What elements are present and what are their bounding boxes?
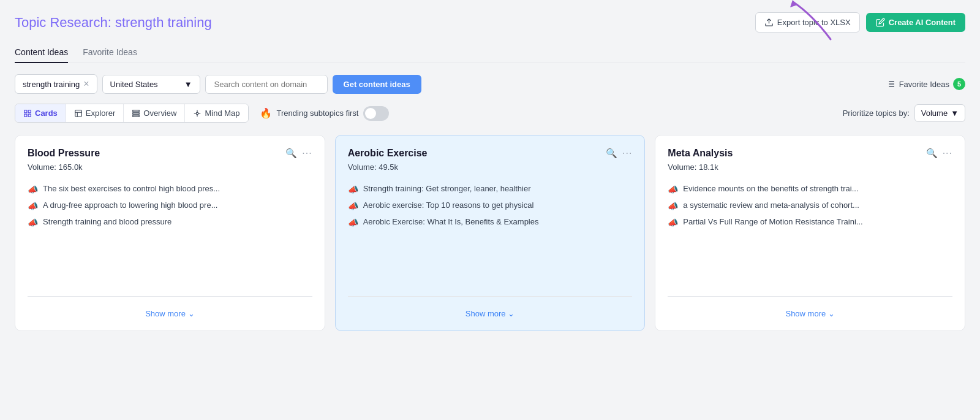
view-tab-overview[interactable]: Overview: [124, 104, 185, 122]
favorites-ideas-link[interactable]: Favorite Ideas 5: [886, 78, 965, 90]
card-more-icon[interactable]: ···: [943, 148, 952, 159]
view-tab-cards[interactable]: Cards: [15, 104, 66, 122]
megaphone-icon: 📣: [668, 201, 678, 211]
filters-row: strength training × United States ▼ Get …: [15, 74, 965, 94]
show-more-button[interactable]: Show more ⌄: [668, 296, 952, 318]
card-more-icon[interactable]: ···: [622, 148, 632, 159]
megaphone-icon: 📣: [28, 201, 38, 211]
tab-content-ideas[interactable]: Content Ideas: [15, 42, 68, 63]
card-item: 📣 Aerobic exercise: Top 10 reasons to ge…: [348, 200, 633, 211]
card-blood-pressure: Blood Pressure 🔍 ··· Volume: 165.0k 📣 Th…: [15, 135, 325, 331]
prioritize-select[interactable]: Volume ▼: [914, 104, 965, 122]
show-more-button[interactable]: Show more ⌄: [28, 296, 312, 318]
favorites-badge: 5: [953, 78, 965, 90]
list-icon: [886, 79, 895, 89]
trending-toggle[interactable]: [363, 106, 389, 121]
card-item: 📣 Strength training and blood pressure: [28, 217, 312, 227]
overview-icon: [132, 109, 140, 118]
megaphone-icon: 📣: [348, 185, 358, 194]
tabs-row: Content Ideas Favorite Ideas: [15, 42, 965, 63]
megaphone-icon: 📣: [348, 201, 358, 211]
edit-icon: [876, 18, 885, 27]
card-item: 📣 Evidence mounts on the benefits of str…: [668, 184, 952, 194]
country-select[interactable]: United States ▼: [102, 75, 200, 94]
keyword-tag: strength training ×: [15, 74, 97, 94]
view-tabs: Cards Explorer Overview Mind Map: [15, 104, 249, 123]
card-header: Aerobic Exercise 🔍 ···: [348, 148, 633, 159]
card-search-icon[interactable]: 🔍: [285, 148, 297, 159]
get-ideas-button[interactable]: Get content ideas: [333, 75, 421, 94]
view-row: Cards Explorer Overview Mind Map: [15, 104, 965, 123]
view-tab-mindmap[interactable]: Mind Map: [185, 104, 247, 122]
card-header: Blood Pressure 🔍 ···: [28, 148, 312, 159]
search-domain-input[interactable]: [205, 75, 328, 94]
card-header: Meta Analysis 🔍 ···: [668, 148, 952, 159]
export-button[interactable]: Export topic to XLSX: [755, 12, 860, 32]
explorer-icon: [74, 109, 83, 118]
card-meta-analysis: Meta Analysis 🔍 ··· Volume: 18.1k 📣 Evid…: [655, 135, 965, 331]
header-actions: Export topic to XLSX Create AI Content: [755, 12, 965, 32]
megaphone-icon: 📣: [28, 185, 38, 194]
card-header-icons: 🔍 ···: [606, 148, 632, 159]
mindmap-icon: [193, 109, 202, 118]
card-item: 📣 Partial Vs Full Range of Motion Resist…: [668, 217, 952, 227]
cards-icon: [23, 109, 32, 118]
svg-rect-8: [24, 110, 27, 112]
chevron-down-icon: ▼: [184, 80, 192, 89]
card-item: 📣 A drug-free approach to lowering high …: [28, 200, 312, 211]
card-items: 📣 Evidence mounts on the benefits of str…: [668, 184, 952, 296]
card-more-icon[interactable]: ···: [302, 148, 312, 159]
megaphone-icon: 📣: [668, 185, 678, 194]
card-search-icon[interactable]: 🔍: [926, 148, 938, 159]
card-search-icon[interactable]: 🔍: [606, 148, 617, 159]
svg-rect-15: [133, 110, 140, 111]
card-item: 📣 The six best exercises to control high…: [28, 184, 312, 194]
svg-marker-1: [790, 0, 797, 7]
svg-rect-17: [133, 115, 140, 116]
show-more-button[interactable]: Show more ⌄: [348, 296, 633, 318]
page-title: Topic Research: strength training: [15, 15, 212, 31]
trending-label: 🔥 Trending subtopics first: [260, 106, 390, 121]
card-header-icons: 🔍 ···: [926, 148, 952, 159]
svg-rect-12: [75, 110, 82, 116]
keyword-clear-button[interactable]: ×: [83, 79, 89, 89]
view-tab-explorer[interactable]: Explorer: [66, 104, 124, 122]
card-item: 📣 Aerobic Exercise: What It Is, Benefits…: [348, 217, 633, 227]
card-item: 📣 a systematic review and meta-analysis …: [668, 200, 952, 211]
prioritize-row: Prioritize topics by: Volume ▼: [843, 104, 965, 122]
cards-grid: Blood Pressure 🔍 ··· Volume: 165.0k 📣 Th…: [15, 135, 965, 331]
chevron-down-icon: ▼: [951, 109, 959, 118]
fire-icon: 🔥: [260, 107, 272, 119]
card-items: 📣 The six best exercises to control high…: [28, 184, 312, 296]
card-header-icons: 🔍 ···: [285, 148, 312, 159]
card-aerobic-exercise: Aerobic Exercise 🔍 ··· Volume: 49.5k 📣 S…: [335, 135, 646, 331]
megaphone-icon: 📣: [28, 218, 38, 227]
svg-rect-16: [133, 112, 140, 113]
tab-favorite-ideas[interactable]: Favorite Ideas: [83, 42, 137, 63]
create-ai-button[interactable]: Create AI Content: [866, 13, 965, 32]
megaphone-icon: 📣: [668, 218, 678, 227]
card-items: 📣 Strength training: Get stronger, leane…: [348, 184, 633, 296]
megaphone-icon: 📣: [348, 218, 358, 227]
card-item: 📣 Strength training: Get stronger, leane…: [348, 184, 633, 194]
svg-point-18: [197, 112, 199, 115]
svg-rect-9: [28, 110, 31, 112]
export-icon: [764, 18, 774, 27]
svg-rect-11: [28, 114, 31, 116]
svg-rect-10: [24, 114, 27, 116]
